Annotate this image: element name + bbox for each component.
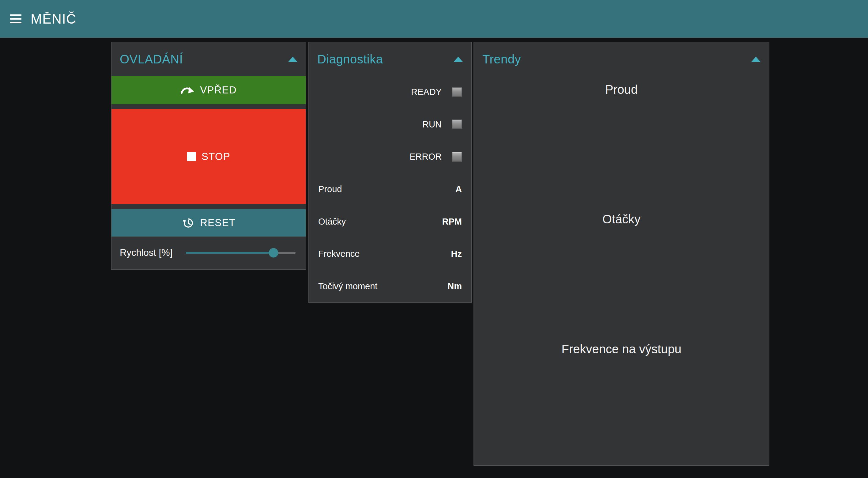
forward-button-label: VPŘED — [200, 84, 237, 96]
diag-row-otacky: Otáčky RPM — [309, 205, 471, 238]
speed-slider-fill — [186, 252, 274, 254]
panel-diagnostika-title: Diagnostika — [317, 52, 383, 66]
speed-slider-thumb[interactable] — [269, 248, 278, 258]
proud-unit: A — [456, 184, 462, 194]
run-led-indicator — [452, 119, 462, 129]
panel-diagnostika-header: Diagnostika — [309, 42, 471, 76]
diag-row-error: ERROR — [309, 141, 471, 173]
tocivy-moment-unit: Nm — [447, 281, 462, 291]
collapse-diagnostika-icon[interactable] — [454, 57, 463, 62]
panel-ovladani-header: OVLADÁNÍ — [112, 42, 306, 76]
chart-proud: Proud — [474, 76, 769, 206]
panel-trendy: Trendy Proud Otáčky Frekvence na výstupu — [473, 42, 769, 466]
collapse-trendy-icon[interactable] — [751, 57, 761, 62]
tocivy-moment-label: Točivý moment — [318, 281, 377, 291]
panel-diagnostika: Diagnostika READY RUN ERROR Proud A Otáč… — [308, 42, 472, 303]
menu-icon[interactable] — [10, 14, 22, 23]
ready-led-indicator — [452, 87, 462, 97]
app-header: MĚNIČ — [0, 0, 868, 38]
ready-label: READY — [411, 87, 442, 97]
diag-row-ready: READY — [309, 76, 471, 109]
stop-square-icon — [187, 152, 196, 161]
diag-row-tocivy-moment: Točivý moment Nm — [309, 270, 471, 302]
diag-row-run: RUN — [309, 109, 471, 141]
speed-slider-row: Rychlost [%] — [112, 237, 306, 269]
chart-frekvence-na-vystupu-title: Frekvence na výstupu — [561, 342, 681, 356]
proud-label: Proud — [318, 184, 342, 194]
speed-slider-label: Rychlost [%] — [120, 247, 173, 258]
forward-button[interactable]: VPŘED — [112, 76, 306, 104]
panel-ovladani-title: OVLADÁNÍ — [120, 52, 183, 66]
reset-button-label: RESET — [200, 217, 236, 229]
chart-proud-title: Proud — [605, 83, 638, 96]
forward-arrow-icon — [180, 85, 194, 95]
frekvence-label: Frekvence — [318, 249, 360, 259]
diag-row-frekvence: Frekvence Hz — [309, 238, 471, 270]
menic-dashboard: { "header": { "title": "MĚNIČ" }, "color… — [0, 0, 868, 478]
frekvence-unit: Hz — [451, 249, 462, 259]
app-title: MĚNIČ — [31, 11, 76, 27]
reset-history-icon — [182, 216, 194, 229]
diag-row-proud: Proud A — [309, 173, 471, 206]
error-led-indicator — [452, 152, 462, 162]
panel-trendy-header: Trendy — [474, 42, 769, 76]
otacky-label: Otáčky — [318, 217, 346, 227]
chart-otacky-title: Otáčky — [602, 212, 641, 226]
error-label: ERROR — [409, 152, 442, 162]
speed-slider[interactable] — [186, 247, 296, 258]
panel-ovladani: OVLADÁNÍ VPŘED STOP RESET Rychlost [%] — [111, 42, 306, 270]
chart-otacky: Otáčky — [474, 206, 769, 335]
stop-button[interactable]: STOP — [112, 109, 306, 204]
chart-frekvence-na-vystupu: Frekvence na výstupu — [474, 335, 769, 465]
stop-button-label: STOP — [202, 151, 230, 162]
run-label: RUN — [422, 119, 442, 129]
reset-button[interactable]: RESET — [112, 209, 306, 237]
collapse-ovladani-icon[interactable] — [288, 57, 298, 62]
panel-trendy-title: Trendy — [483, 52, 521, 66]
otacky-unit: RPM — [442, 217, 462, 227]
